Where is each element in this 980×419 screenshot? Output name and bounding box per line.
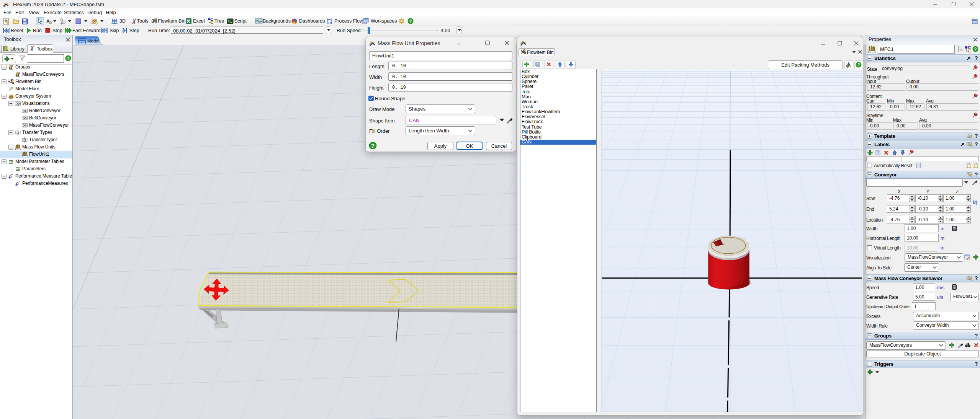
svg-text:?: ?	[974, 47, 977, 51]
svg-text:?: ?	[67, 56, 70, 60]
svg-text:ab: ab	[960, 48, 963, 51]
svg-text:?: ?	[409, 19, 412, 23]
svg-text:?: ?	[371, 143, 375, 149]
svg-text:?: ?	[857, 62, 860, 67]
svg-text:Model: Model	[87, 39, 99, 43]
